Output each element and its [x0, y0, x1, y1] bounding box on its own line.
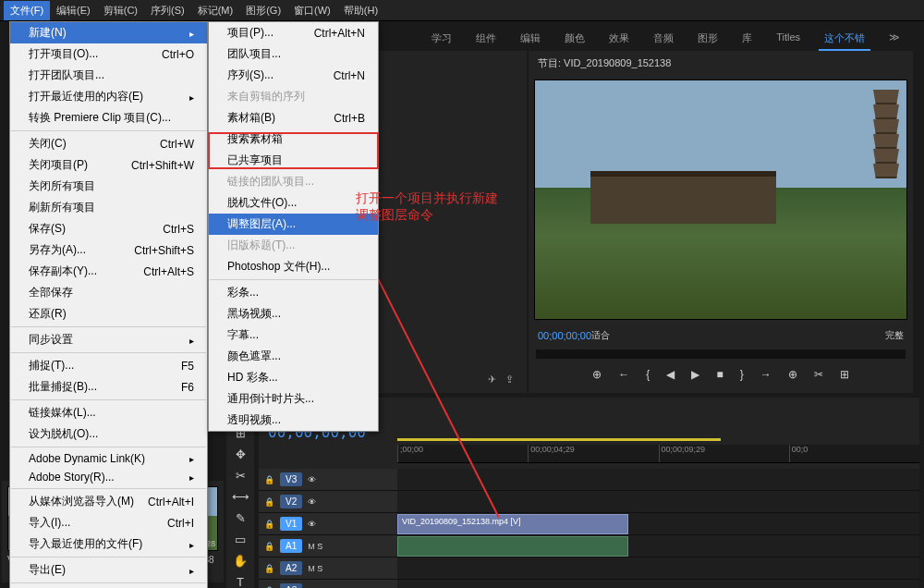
menu-item[interactable]: 导入最近使用的文件(F)	[10, 533, 207, 555]
menu-item[interactable]: 导入(I)...Ctrl+I	[10, 512, 207, 533]
track-body[interactable]	[397, 491, 919, 512]
lock-icon[interactable]: 🔒	[264, 564, 274, 573]
menu-2[interactable]: 剪辑(C)	[97, 1, 144, 20]
menu-item[interactable]: 批量捕捉(B)...F6	[10, 376, 207, 398]
menu-item[interactable]: 调整图层(A)...	[209, 214, 378, 235]
transport-button[interactable]: }	[740, 368, 744, 381]
track-label[interactable]: A2	[280, 561, 302, 575]
track-label[interactable]: A3	[280, 583, 302, 588]
transport-button[interactable]: ⊕	[592, 368, 602, 381]
track-toggle[interactable]: M S	[308, 542, 322, 551]
tool-button[interactable]: ⟷	[230, 490, 250, 504]
workspace-tab[interactable]: Titles	[771, 28, 806, 51]
program-monitor[interactable]	[534, 80, 907, 320]
track-body[interactable]	[397, 580, 919, 588]
transport-button[interactable]: →	[760, 368, 772, 381]
program-timecode[interactable]: 00;00;00;00	[538, 330, 591, 341]
workspace-tab[interactable]: 组件	[470, 28, 502, 51]
menu-item[interactable]: 团队项目...	[209, 43, 378, 65]
track-toggle[interactable]: M S	[308, 564, 322, 573]
lock-icon[interactable]: 🔒	[264, 520, 274, 529]
tool-button[interactable]: ✥	[230, 447, 250, 461]
menu-item[interactable]: 黑场视频...	[209, 303, 378, 325]
export-frame-icon[interactable]: ✈	[488, 374, 496, 386]
menu-0[interactable]: 文件(F)	[4, 1, 50, 20]
transport-button[interactable]: ■	[716, 368, 723, 381]
transport-button[interactable]: ✂	[814, 368, 823, 381]
workspace-tab[interactable]: 库	[736, 28, 758, 51]
workspace-tab[interactable]: 图形	[692, 28, 723, 51]
tool-button[interactable]: ▭	[230, 533, 250, 546]
track-header[interactable]: 🔒V1👁	[259, 513, 397, 534]
menu-item[interactable]: 打开项目(O)...Ctrl+O	[10, 43, 207, 65]
workspace-tab[interactable]: 音频	[648, 28, 679, 51]
menu-item[interactable]: 已共享项目	[209, 150, 378, 171]
menu-item[interactable]: 关闭所有项目	[10, 176, 207, 197]
menu-item[interactable]: 来自剪辑的序列	[209, 86, 378, 107]
workspace-tab[interactable]: 编辑	[515, 28, 546, 51]
workspace-overflow[interactable]: ≫	[883, 28, 906, 51]
track-toggle[interactable]: 👁	[308, 475, 316, 484]
workspace-tab[interactable]: 颜色	[559, 28, 590, 51]
track-header[interactable]: 🔒V3👁	[259, 469, 397, 490]
track-header[interactable]: 🔒A3M S	[259, 580, 397, 588]
program-scrubber[interactable]	[536, 349, 906, 359]
track-toggle[interactable]: 👁	[308, 497, 316, 507]
track-body[interactable]	[397, 469, 919, 490]
transport-button[interactable]: {	[646, 368, 650, 381]
track-header[interactable]: 🔒A1M S	[259, 535, 397, 557]
menu-item[interactable]: Photoshop 文件(H)...	[209, 256, 378, 277]
menu-item[interactable]: 搜索素材箱	[209, 129, 378, 150]
menu-item[interactable]: 还原(R)	[10, 303, 207, 325]
transport-button[interactable]: ⊞	[840, 368, 849, 381]
lock-icon[interactable]: 🔒	[264, 497, 274, 507]
track-label[interactable]: V1	[280, 517, 302, 531]
menu-item[interactable]: 新建(N)	[10, 22, 207, 43]
zoom-dropdown[interactable]: 完整	[885, 329, 904, 342]
menu-item[interactable]: 设为脱机(O)...	[10, 423, 207, 445]
menu-item[interactable]: 捕捉(T)...F5	[10, 355, 207, 376]
workspace-tab[interactable]: 学习	[426, 28, 457, 51]
transport-button[interactable]: ←	[618, 368, 629, 381]
settings-icon[interactable]: ⇪	[505, 374, 514, 386]
menu-item[interactable]: 保存副本(Y)...Ctrl+Alt+S	[10, 261, 207, 282]
time-ruler[interactable]: ;00;0000;00;04;2900;00;09;2900;0	[397, 445, 919, 463]
menu-item[interactable]: 透明视频...	[209, 410, 378, 431]
track-header[interactable]: 🔒A2M S	[259, 557, 397, 579]
menu-item[interactable]: 保存(S)Ctrl+S	[10, 218, 207, 239]
menu-1[interactable]: 编辑(E)	[50, 1, 97, 20]
menu-item[interactable]: Adobe Dynamic Link(K)	[10, 449, 207, 468]
track-header[interactable]: 🔒V2👁	[259, 491, 397, 512]
menu-5[interactable]: 图形(G)	[239, 1, 287, 20]
transport-button[interactable]: ▶	[691, 368, 699, 381]
menu-item[interactable]: 关闭项目(P)Ctrl+Shift+W	[10, 154, 207, 176]
transport-button[interactable]: ⊕	[788, 368, 797, 381]
track-toggle[interactable]: 👁	[308, 520, 316, 529]
menu-item[interactable]: 关闭(C)Ctrl+W	[10, 133, 207, 154]
menu-item[interactable]: HD 彩条...	[209, 367, 378, 388]
tool-button[interactable]: ✎	[230, 511, 250, 525]
menu-item[interactable]: Adobe Story(R)...	[10, 468, 207, 486]
tool-button[interactable]: ✂	[230, 469, 250, 483]
menu-7[interactable]: 帮助(H)	[337, 1, 384, 20]
menu-item[interactable]: 序列(S)...Ctrl+N	[209, 65, 378, 86]
tool-button[interactable]: T	[230, 575, 250, 588]
track-body[interactable]	[397, 535, 919, 557]
tool-button[interactable]: ✋	[230, 554, 250, 568]
lock-icon[interactable]: 🔒	[264, 475, 274, 484]
menu-item[interactable]: 全部保存	[10, 282, 207, 303]
timeline-clip[interactable]: VID_20190809_152138.mp4 [V]	[397, 514, 628, 534]
menu-item[interactable]: 脱机文件(O)...	[209, 192, 378, 214]
menu-3[interactable]: 序列(S)	[144, 1, 191, 20]
menu-6[interactable]: 窗口(W)	[287, 1, 337, 20]
menu-item[interactable]: 通用倒计时片头...	[209, 388, 378, 410]
menu-item[interactable]: 刷新所有项目	[10, 197, 207, 218]
menu-item[interactable]: 从媒体浏览器导入(M)Ctrl+Alt+I	[10, 491, 207, 512]
menu-item[interactable]: 字幕...	[209, 325, 378, 346]
menu-item[interactable]: 旧版标题(T)...	[209, 235, 378, 256]
timeline-clip[interactable]	[397, 536, 628, 557]
menu-item[interactable]: 颜色遮罩...	[209, 346, 378, 367]
menu-item[interactable]: 导出(E)	[10, 559, 207, 581]
menu-item[interactable]: 链接的团队项目...	[209, 171, 378, 192]
track-label[interactable]: V3	[280, 472, 302, 486]
